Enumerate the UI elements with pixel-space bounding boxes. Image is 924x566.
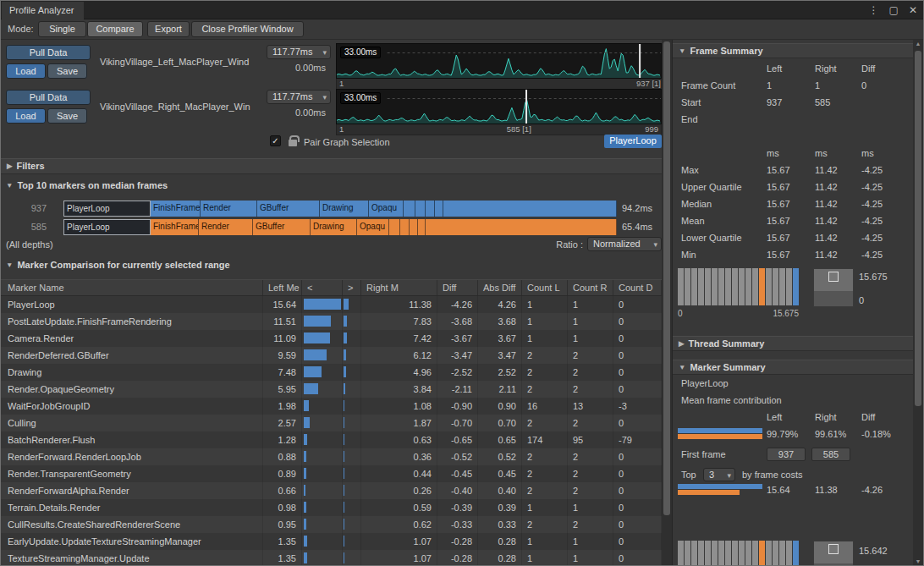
col-right: Right [815, 412, 837, 422]
column-header-right-bar-cell[interactable]: > [343, 280, 361, 295]
top-count-dropdown[interactable]: 3▾ [703, 468, 735, 481]
menu-icon[interactable]: ⋮ [869, 3, 879, 18]
top10-segment-gbuffer[interactable]: GBuffer [253, 219, 311, 235]
frame-time-graph-right[interactable]: 33.00ms [336, 89, 662, 124]
right-value-bar [344, 536, 344, 547]
marker-row[interactable]: RenderDeferred.GBuffer9.596.12-3.473.472… [1, 347, 662, 364]
top10-segment-opaqu[interactable]: Opaqu [357, 219, 389, 235]
right-value-bar [344, 299, 349, 310]
right-scrollbar[interactable]: ▲ ▼ [913, 40, 923, 565]
top10-segment-playerloop[interactable]: PlayerLoop [63, 201, 151, 217]
max-clamp-dropdown-left[interactable]: 117.77ms▾ [267, 45, 331, 59]
tab-profile-analyzer[interactable]: Profile Analyzer [2, 2, 84, 19]
right-bar-cell [343, 448, 361, 465]
stat-value [861, 111, 913, 128]
top10-segment-opaqu[interactable]: Opaqu [369, 201, 404, 217]
marker-row[interactable]: WaitForJobGroupID1.981.08-0.900.901613-3 [1, 398, 662, 415]
column-header-right-median[interactable]: Right M [361, 280, 437, 295]
close-profiler-window-button[interactable]: Close Profiler Window [191, 21, 304, 37]
top10-segment[interactable] [389, 219, 400, 235]
selected-marker-chip[interactable]: PlayerLoop [604, 135, 662, 148]
pull-data-button-left[interactable]: Pull Data [6, 45, 91, 60]
pull-data-button-right[interactable]: Pull Data [6, 90, 91, 105]
marker-row[interactable]: TextureStreamingManager.Update1.351.07-0… [1, 550, 662, 566]
pair-graph-selection-checkbox[interactable]: ✓ [270, 135, 281, 146]
top10-segment-finishframer[interactable]: FinishFrameR [151, 219, 199, 235]
marker-row[interactable]: RenderForward.RenderLoopJob0.880.36-0.52… [1, 448, 662, 465]
top10-segment-render[interactable]: Render [199, 219, 253, 235]
first-frame-left-button[interactable]: 937 [767, 448, 806, 461]
max-clamp-dropdown-right[interactable]: 117.77ms▾ [267, 90, 331, 104]
marker-row[interactable]: Render.OpaqueGeometry5.953.84-2.112.1122… [1, 381, 662, 398]
filters-header[interactable]: ▶Filters [1, 158, 662, 174]
top10-segment-playerloop[interactable]: PlayerLoop [63, 219, 151, 235]
load-button-right[interactable]: Load [6, 108, 46, 124]
left-scrollbar[interactable] [662, 40, 672, 565]
column-header-marker-name[interactable]: Marker Name [1, 280, 263, 295]
top10-segment-drawing[interactable]: Drawing [320, 201, 369, 217]
column-header-count-right[interactable]: Count R [568, 280, 613, 295]
close-icon[interactable]: ✕ [909, 3, 917, 18]
frame-summary-row: msmsms [673, 145, 913, 162]
top10-segment-render[interactable]: Render [201, 201, 257, 217]
column-header-count-left[interactable]: Count L [522, 280, 568, 295]
scrollbar-thumb[interactable] [915, 51, 921, 406]
top10-segment[interactable] [404, 201, 415, 217]
marker-row[interactable]: PlayerLoop15.6411.38-4.264.26110 [1, 296, 662, 313]
scroll-down-icon[interactable]: ▼ [913, 558, 923, 564]
mode-single-button[interactable]: Single [38, 21, 86, 37]
top10-segment-gbuffer[interactable]: GBuffer [257, 201, 320, 217]
stat-value [767, 111, 815, 128]
top10-segment[interactable] [400, 219, 410, 235]
maximize-icon[interactable]: ▢ [889, 3, 899, 18]
top10-segment[interactable] [443, 201, 617, 217]
marker-row[interactable]: Render.TransparentGeometry0.890.44-0.450… [1, 465, 662, 482]
marker-row[interactable]: CullResults.CreateSharedRendererScene0.9… [1, 516, 662, 533]
range-handle[interactable] [828, 272, 839, 282]
marker-row[interactable]: BatchRenderer.Flush1.280.63-0.650.651749… [1, 431, 662, 448]
scroll-up-icon[interactable]: ▲ [913, 41, 923, 47]
marker-row[interactable]: Camera.Render11.097.42-3.673.67110 [1, 330, 662, 347]
column-header-left-median[interactable]: Left Me [263, 280, 302, 295]
marker-row[interactable]: Drawing7.484.96-2.522.52220 [1, 364, 662, 381]
marker-row[interactable]: EarlyUpdate.UpdateTextureStreamingManage… [1, 533, 662, 550]
marker-range-widget[interactable] [813, 541, 854, 565]
top10-segment[interactable] [426, 201, 435, 217]
histogram-bar [752, 268, 758, 305]
marker-row[interactable]: Culling2.571.87-0.700.70220 [1, 415, 662, 431]
right-bar-cell [343, 415, 361, 431]
marker-row[interactable]: Terrain.Details.Render0.980.59-0.390.391… [1, 499, 662, 516]
save-button-right[interactable]: Save [47, 108, 87, 124]
top10-title[interactable]: ▼Top 10 markers on median frames [6, 180, 168, 190]
export-button[interactable]: Export [147, 21, 190, 37]
frame-range-widget[interactable] [813, 268, 854, 307]
marker-row[interactable]: PostLateUpdate.FinishFrameRendering11.51… [1, 313, 662, 330]
top10-segment[interactable] [426, 219, 617, 235]
top10-segment[interactable] [415, 201, 426, 217]
count-left: 1 [522, 550, 568, 566]
top10-segment[interactable] [410, 219, 418, 235]
frame-time-graph-left[interactable]: 33.00ms [336, 43, 662, 79]
top10-segment-drawing[interactable]: Drawing [311, 219, 357, 235]
scrollbar-thumb[interactable] [663, 41, 670, 515]
comparison-title[interactable]: ▼Marker Comparison for currently selecte… [6, 260, 230, 270]
marker-row[interactable]: RenderForwardAlpha.Render0.660.26-0.400.… [1, 482, 662, 499]
column-header-count-diff[interactable]: Count D [613, 280, 662, 295]
top10-segment[interactable] [435, 201, 443, 217]
histogram-axis: 0 15.675 [678, 309, 799, 318]
top10-segment-finishframer[interactable]: FinishFrameR [151, 201, 201, 217]
top10-segment[interactable] [418, 219, 426, 235]
range-handle[interactable] [828, 544, 839, 554]
first-frame-right-button[interactable]: 585 [811, 448, 850, 461]
load-button-left[interactable]: Load [6, 63, 46, 79]
mode-compare-button[interactable]: Compare [87, 21, 143, 37]
frame-summary-header[interactable]: ▼Frame Summary [673, 43, 913, 58]
ratio-dropdown[interactable]: Normalized▾ [587, 237, 662, 251]
marker-summary-header[interactable]: ▼Marker Summary [673, 360, 913, 375]
thread-summary-header[interactable]: ▶Thread Summary [673, 336, 913, 351]
save-button-left[interactable]: Save [47, 63, 87, 79]
column-header-left-bar-cell[interactable]: < [302, 280, 343, 295]
column-header-abs-diff[interactable]: Abs Diff [478, 280, 522, 295]
column-header-diff[interactable]: Diff [437, 280, 478, 295]
count-right: 2 [568, 415, 613, 431]
